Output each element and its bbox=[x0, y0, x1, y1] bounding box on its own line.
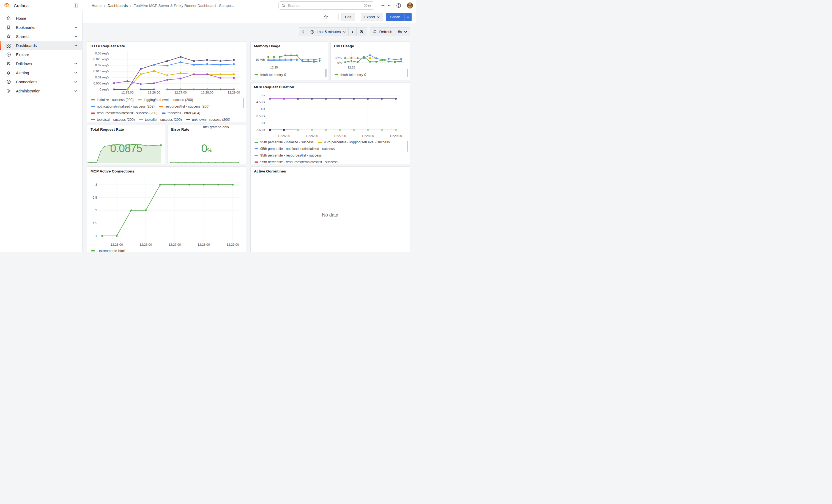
svg-text:2: 2 bbox=[96, 209, 97, 212]
legend-label: tools/list - success (200) bbox=[145, 118, 182, 121]
legend-swatch bbox=[335, 74, 338, 75]
sidebar-item-alerting[interactable]: Alerting bbox=[0, 68, 82, 77]
panel-title[interactable]: CPU Usage bbox=[331, 42, 410, 48]
legend-item[interactable]: tools/call - success (200) bbox=[91, 116, 135, 121]
legend-item[interactable]: resources/list - success (200) bbox=[159, 103, 210, 110]
chevron-down-icon[interactable] bbox=[74, 26, 77, 28]
legend-item[interactable]: - (streamable-http) bbox=[91, 247, 125, 252]
sidebar-item-connections[interactable]: Connections bbox=[0, 77, 82, 86]
sidebar-item-drilldown[interactable]: Drilldown bbox=[0, 59, 82, 68]
chevron-down-icon[interactable] bbox=[74, 90, 77, 92]
panel-title[interactable]: MCP Active Connections bbox=[87, 167, 246, 173]
legend-scrollbar[interactable] bbox=[407, 69, 408, 77]
legend-item[interactable]: initialize - success (200) bbox=[91, 97, 133, 103]
legend-scrollbar[interactable] bbox=[325, 69, 327, 77]
chevron-down-icon[interactable] bbox=[74, 63, 77, 65]
svg-text:0%: 0% bbox=[337, 61, 342, 64]
search-field[interactable] bbox=[288, 4, 362, 8]
legend-scrollbar[interactable] bbox=[407, 140, 408, 152]
legend-item[interactable]: fetch-telemetry-0 bbox=[255, 72, 286, 78]
panel-title[interactable]: Total Request Rate bbox=[87, 125, 165, 132]
chevron-down-icon[interactable] bbox=[74, 45, 77, 47]
time-shift-forward-button[interactable] bbox=[348, 27, 357, 36]
star-icon bbox=[6, 34, 11, 39]
sidebar-item-dashboards[interactable]: Dashboards bbox=[0, 41, 82, 50]
svg-text:1: 1 bbox=[96, 234, 97, 238]
apps-icon bbox=[6, 43, 11, 48]
sidebar-item-bookmarks[interactable]: Bookmarks bbox=[0, 23, 82, 32]
sidebar-item-label: Bookmarks bbox=[16, 25, 74, 30]
legend-item[interactable]: 95th percentile - notifications/initiali… bbox=[255, 145, 335, 152]
sidebar-item-home[interactable]: Home bbox=[0, 14, 82, 23]
svg-text:1.5: 1.5 bbox=[93, 221, 97, 225]
svg-text:12:29:00: 12:29:00 bbox=[390, 134, 402, 137]
panel-title[interactable]: Memory Usage bbox=[251, 42, 328, 48]
breadcrumb-item[interactable]: Dashboards bbox=[108, 4, 128, 8]
svg-text:5 s: 5 s bbox=[261, 94, 265, 97]
chevron-down-icon[interactable] bbox=[74, 72, 77, 74]
plug-icon bbox=[6, 79, 11, 85]
chevron-down-icon bbox=[343, 31, 345, 33]
legend-item[interactable]: notifications/initialized - success (202… bbox=[91, 103, 155, 110]
zoom-out-button[interactable] bbox=[356, 27, 367, 36]
legend-swatch bbox=[91, 106, 95, 107]
legend-item[interactable]: resources/templates/list - success (200) bbox=[91, 110, 157, 116]
legend-swatch bbox=[139, 119, 143, 120]
dashboard-grid: HTTP Request Rate 12:25:0012:26:0012:27:… bbox=[82, 23, 416, 252]
share-button[interactable]: Share bbox=[386, 13, 404, 21]
svg-text:12:27:00: 12:27:00 bbox=[168, 243, 181, 246]
legend-label: - (streamable-http) bbox=[97, 249, 125, 252]
panel-title[interactable]: HTTP Request Rate bbox=[87, 42, 246, 48]
svg-text:12:27:00: 12:27:00 bbox=[334, 134, 346, 137]
breadcrumb-item: ToolHive MCP Server & Proxy Runner Dashb… bbox=[134, 4, 234, 8]
time-controls: Last 5 minutes Refresh 5s bbox=[299, 27, 410, 36]
add-chevron-down-icon[interactable] bbox=[388, 5, 391, 7]
edit-button[interactable]: Edit bbox=[341, 13, 355, 21]
sidebar-item-explore[interactable]: Explore bbox=[0, 50, 82, 59]
mcp-request-duration-legend: 95th percentile - initialize - success95… bbox=[255, 139, 404, 163]
legend-item[interactable]: 95th percentile - resources/templates/li… bbox=[255, 159, 338, 163]
help-icon[interactable] bbox=[396, 3, 401, 8]
sidebar-item-starred[interactable]: Starred bbox=[0, 32, 82, 41]
refresh-interval-picker[interactable]: 5s bbox=[395, 27, 410, 36]
legend-item[interactable]: tools/call - error (404) bbox=[162, 110, 200, 116]
legend-item[interactable]: 95th percentile - resources/list - succe… bbox=[255, 152, 322, 159]
avatar[interactable] bbox=[407, 2, 413, 9]
dock-sidebar-icon[interactable] bbox=[73, 3, 79, 8]
svg-text:4 s: 4 s bbox=[261, 107, 265, 111]
svg-text:0 req/s: 0 req/s bbox=[100, 88, 109, 91]
http-request-rate-chart[interactable]: 12:25:0012:26:0012:27:0012:28:0012:29:00… bbox=[90, 50, 242, 95]
divider bbox=[404, 2, 404, 8]
sidebar-item-administration[interactable]: Administration bbox=[0, 86, 82, 96]
refresh-button[interactable]: Refresh bbox=[370, 27, 395, 36]
legend-item[interactable]: tools/list - success (200) bbox=[139, 116, 182, 121]
breadcrumb-item[interactable]: Home bbox=[92, 4, 102, 8]
chevron-down-icon[interactable] bbox=[74, 35, 77, 37]
error-rate-sparkline[interactable] bbox=[168, 160, 245, 163]
legend-item[interactable]: 95th percentile - logging/setLevel - suc… bbox=[318, 139, 390, 145]
time-range-picker[interactable]: Last 5 minutes bbox=[307, 27, 349, 36]
legend-scrollbar[interactable] bbox=[243, 98, 244, 108]
legend-item[interactable]: fetch-telemetry-0 bbox=[335, 72, 366, 78]
mcp-active-connections-chart[interactable]: 12:25:0012:26:0012:27:0012:28:0012:29:00… bbox=[90, 177, 242, 247]
legend-item[interactable]: 95th percentile - initialize - success bbox=[255, 139, 314, 145]
panel-title[interactable]: MCP Request Duration bbox=[251, 82, 410, 89]
chevron-down-icon bbox=[377, 16, 380, 18]
chevron-down-icon[interactable] bbox=[74, 81, 77, 83]
export-button[interactable]: Export bbox=[361, 13, 383, 21]
legend-item[interactable]: unknown - success (200) bbox=[186, 116, 230, 121]
grafana-logo-icon[interactable] bbox=[4, 2, 10, 8]
share-chevron-down-icon[interactable] bbox=[404, 13, 412, 21]
search-input[interactable]: ⌘+k bbox=[279, 1, 374, 10]
add-icon[interactable] bbox=[381, 3, 385, 8]
panel-title[interactable]: Active Goroutines bbox=[251, 167, 410, 173]
legend-swatch bbox=[255, 74, 258, 75]
total-request-rate-sparkline[interactable] bbox=[87, 140, 165, 163]
star-icon[interactable] bbox=[323, 14, 329, 20]
time-shift-back-button[interactable] bbox=[299, 27, 307, 36]
mcp-request-duration-chart[interactable]: 12:25:0012:26:0012:27:0012:28:0012:29:00… bbox=[253, 91, 405, 138]
cpu-usage-chart[interactable]: 12:250.2%0% bbox=[333, 49, 406, 70]
legend-item[interactable]: logging/setLevel - success (200) bbox=[138, 97, 193, 103]
memory-usage-chart[interactable]: 12:2516 MiB bbox=[253, 49, 324, 70]
svg-text:12:29:00: 12:29:00 bbox=[228, 91, 240, 94]
